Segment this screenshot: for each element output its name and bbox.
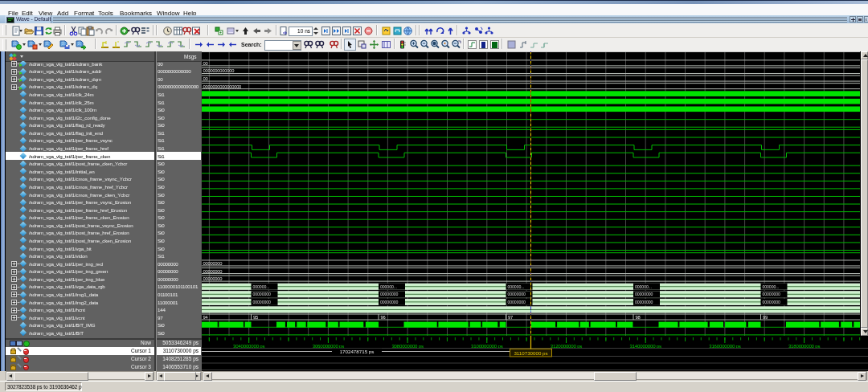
svg-text:94: 94 [203, 315, 209, 320]
svg-text:3120000000 ps: 3120000000 ps [551, 343, 583, 349]
svg-text:00000000: 00000000 [635, 292, 653, 296]
svg-text:0000000000000: 0000000000000 [203, 68, 235, 73]
svg-text:3040000000 ps: 3040000000 ps [233, 343, 265, 349]
svg-text:000000...: 000000... [253, 284, 270, 289]
svg-text:00000000: 00000000 [203, 276, 223, 281]
svg-text:00000000: 00000000 [508, 300, 526, 304]
svg-text:3140000000 ps: 3140000000 ps [629, 343, 661, 349]
svg-text:00000000: 00000000 [253, 300, 271, 304]
svg-text:3080000000 ps: 3080000000 ps [391, 343, 424, 349]
svg-text:00000000: 00000000 [203, 261, 223, 266]
svg-text:96: 96 [381, 315, 386, 320]
svg-text:3110730000 ps: 3110730000 ps [514, 350, 547, 356]
svg-text:0000000000000000: 0000000000000000 [203, 84, 242, 89]
svg-text:00000000: 00000000 [203, 269, 223, 274]
svg-text:95: 95 [253, 315, 258, 320]
svg-text:99: 99 [763, 315, 768, 320]
svg-text:00000000: 00000000 [763, 300, 780, 304]
svg-text:3160000000 ps: 3160000000 ps [709, 343, 741, 349]
svg-text:3180000000 ps: 3180000000 ps [788, 343, 821, 349]
svg-text:1702478715 ps: 1702478715 ps [340, 349, 375, 354]
svg-text:97: 97 [508, 315, 513, 320]
svg-text:98: 98 [636, 315, 641, 320]
svg-text:00000000: 00000000 [635, 300, 653, 304]
svg-text:00000000: 00000000 [380, 292, 398, 296]
svg-text:00: 00 [203, 61, 208, 66]
svg-text:00000000: 00000000 [763, 292, 780, 296]
svg-text:3100000000 ps: 3100000000 ps [471, 343, 503, 349]
svg-text:000000...: 000000... [380, 284, 397, 289]
svg-text:000000...: 000000... [508, 284, 525, 289]
svg-text:000000...: 000000... [763, 284, 780, 289]
svg-text:00000000: 00000000 [508, 292, 526, 296]
svg-text:000000...: 000000... [635, 284, 652, 289]
svg-text:00000000: 00000000 [380, 300, 398, 304]
svg-text:00000000: 00000000 [253, 292, 271, 296]
svg-text:00: 00 [203, 76, 208, 81]
svg-text:3060000000 ps: 3060000000 ps [313, 343, 345, 349]
